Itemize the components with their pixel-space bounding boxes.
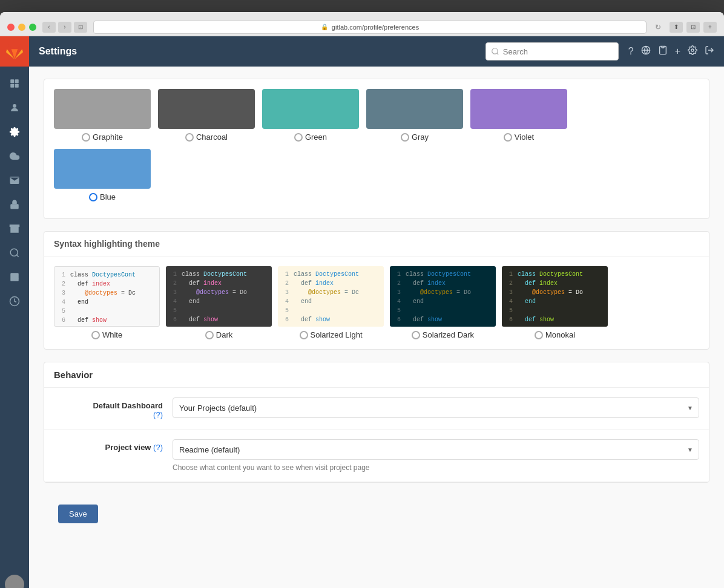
monokai-preview: 1class DoctypesCont 2 def index 3 @docty…: [502, 266, 608, 327]
plus-icon[interactable]: +: [675, 46, 680, 57]
syntax-item-monokai[interactable]: 1class DoctypesCont 2 def index 3 @docty…: [502, 266, 608, 339]
syntax-item-white[interactable]: 1class DoctypesCont 2 def index 3 @docty…: [54, 266, 160, 339]
project-view-select[interactable]: Readme (default) Activity Files: [173, 439, 699, 460]
green-text: Green: [305, 132, 327, 142]
minimize-button[interactable]: [18, 24, 25, 31]
browser-actions: ⬆ ⊡ +: [670, 22, 717, 33]
violet-label: Violet: [504, 132, 534, 142]
refresh-button[interactable]: ↻: [653, 22, 663, 33]
ssl-icon: 🔒: [321, 24, 328, 30]
avatar[interactable]: [5, 575, 24, 588]
gray-radio[interactable]: [401, 133, 409, 142]
tab-button[interactable]: ⊡: [686, 22, 700, 33]
gitlab-logo[interactable]: [0, 36, 29, 67]
sidebar-item-user[interactable]: [0, 96, 29, 120]
page-title: Settings: [39, 46, 77, 57]
help-icon[interactable]: ?: [628, 46, 634, 57]
maximize-button[interactable]: [29, 24, 36, 31]
default-dashboard-control: Your Projects (default) Starred Projects…: [173, 397, 699, 418]
solarized-light-radio[interactable]: [300, 331, 308, 339]
graphite-label: Graphite: [82, 132, 123, 142]
white-preview: 1class DoctypesCont 2 def index 3 @docty…: [54, 266, 160, 327]
svg-point-15: [492, 48, 498, 54]
solarized-dark-label: Solarized Dark: [412, 330, 474, 339]
sidebar-item-history[interactable]: [0, 289, 29, 313]
solarized-light-label: Solarized Light: [300, 330, 363, 339]
topbar-icons: ? +: [628, 45, 714, 57]
sidebar-item-mail[interactable]: [0, 168, 29, 192]
close-button[interactable]: [7, 24, 15, 31]
white-label: White: [91, 330, 122, 339]
syntax-item-dark[interactable]: 1class DoctypesCont 2 def index 3 @docty…: [166, 266, 272, 339]
monokai-text: Monokai: [545, 330, 575, 339]
svg-point-11: [12, 275, 13, 276]
sidebar-item-lock[interactable]: [0, 192, 29, 217]
sidebar-item-archive[interactable]: [0, 217, 29, 241]
dark-text: Dark: [216, 330, 232, 339]
color-item-gray[interactable]: Gray: [366, 89, 463, 142]
default-dashboard-help[interactable]: (?): [153, 410, 163, 419]
svg-point-4: [13, 104, 16, 108]
syntax-item-solarized-dark[interactable]: 1class DoctypesCont 2 def index 3 @docty…: [390, 266, 496, 339]
blue-text: Blue: [100, 192, 116, 201]
color-item-green[interactable]: Green: [262, 89, 359, 142]
globe-icon[interactable]: [641, 45, 651, 57]
sidebar-item-dashboard[interactable]: [0, 71, 29, 96]
new-tab-button[interactable]: +: [703, 22, 717, 33]
sidebar-item-image[interactable]: [0, 265, 29, 289]
search-input[interactable]: [503, 47, 613, 56]
sidebar-item-cloud[interactable]: [0, 144, 29, 168]
violet-radio[interactable]: [504, 133, 512, 142]
syntax-themes-card: Syntax highlighting theme 1class Doctype…: [44, 231, 709, 350]
search-icon: [491, 47, 499, 56]
logout-icon[interactable]: [705, 45, 714, 57]
charcoal-label: Charcoal: [185, 132, 228, 142]
solarized-dark-radio[interactable]: [412, 331, 420, 339]
sidebar: [0, 36, 29, 588]
default-dashboard-select[interactable]: Your Projects (default) Starred Projects…: [173, 397, 699, 418]
syntax-item-solarized-light[interactable]: 1class DoctypesCont 2 def index 3 @docty…: [278, 266, 384, 339]
svg-rect-1: [15, 79, 19, 83]
color-item-blue[interactable]: Blue: [54, 149, 151, 201]
browser-window: ‹ › ⊡ 🔒 gitlab.com/profile/preferences ↻…: [0, 12, 724, 588]
blue-radio[interactable]: [89, 193, 97, 201]
violet-swatch: [470, 89, 567, 129]
svg-rect-6: [10, 224, 20, 227]
solarized-dark-text: Solarized Dark: [423, 330, 474, 339]
graphite-radio[interactable]: [82, 133, 90, 142]
dark-radio[interactable]: [205, 331, 214, 339]
charcoal-text: Charcoal: [196, 132, 228, 142]
color-item-violet[interactable]: Violet: [470, 89, 567, 142]
address-bar[interactable]: 🔒 gitlab.com/profile/preferences: [93, 21, 647, 34]
dark-label: Dark: [205, 330, 232, 339]
white-radio[interactable]: [91, 331, 100, 339]
project-view-label: Project view (?): [54, 439, 163, 452]
behavior-section-title: Behavior: [44, 362, 709, 388]
charcoal-swatch: [158, 89, 255, 129]
project-view-help[interactable]: (?): [153, 443, 163, 452]
save-button[interactable]: Save: [58, 505, 98, 523]
clipboard-icon[interactable]: [658, 45, 668, 57]
color-item-charcoal[interactable]: Charcoal: [158, 89, 255, 142]
search-box[interactable]: [485, 42, 619, 60]
dark-preview: 1class DoctypesCont 2 def index 3 @docty…: [166, 266, 272, 327]
back-button[interactable]: ‹: [42, 22, 56, 33]
charcoal-radio[interactable]: [185, 133, 194, 142]
graphite-swatch: [54, 89, 151, 129]
solarized-light-text: Solarized Light: [311, 330, 363, 339]
project-view-row: Project view (?) Readme (default) Activi…: [44, 430, 709, 482]
svg-rect-5: [10, 204, 19, 209]
sidebar-item-search[interactable]: [0, 241, 29, 265]
monokai-radio[interactable]: [535, 331, 543, 339]
default-dashboard-select-wrapper: Your Projects (default) Starred Projects…: [173, 397, 699, 418]
gray-swatch: [366, 89, 463, 129]
color-item-graphite[interactable]: Graphite: [54, 89, 151, 142]
sidebar-item-settings[interactable]: [0, 120, 29, 144]
green-radio[interactable]: [294, 133, 303, 142]
share-button[interactable]: ⬆: [670, 22, 683, 33]
topbar: Settings ? +: [29, 36, 724, 67]
forward-button[interactable]: ›: [58, 22, 71, 33]
gear-icon[interactable]: [688, 45, 697, 57]
reader-button[interactable]: ⊡: [74, 22, 87, 33]
default-dashboard-row: Default Dashboard (?) Your Projects (def…: [44, 388, 709, 430]
